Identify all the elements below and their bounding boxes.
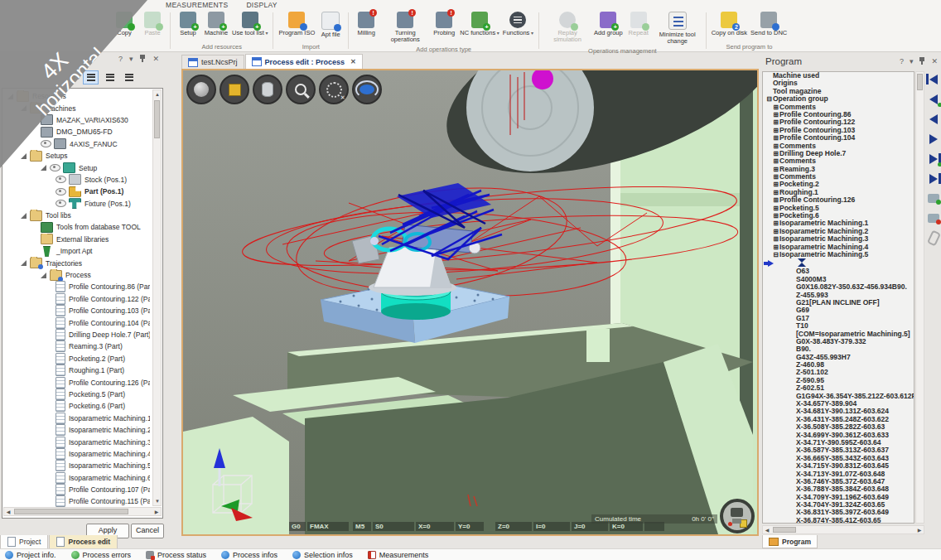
add-tool-button[interactable] bbox=[926, 192, 941, 205]
expand-box-icon[interactable]: ⊞ bbox=[772, 111, 779, 118]
horizontal-scrollbar[interactable]: ◀ ▶ bbox=[3, 507, 162, 516]
tree-item[interactable]: Isoparametric Machining.4 (Pa bbox=[2, 448, 150, 460]
expand-box-icon[interactable]: ⊞ bbox=[772, 212, 779, 220]
tree-item[interactable]: External libraries bbox=[2, 234, 150, 245]
gcode-line[interactable]: Z-590.95 bbox=[763, 377, 914, 384]
status-item[interactable]: Process errors bbox=[71, 551, 132, 559]
previous-marker-button[interactable] bbox=[926, 93, 941, 105]
ribbon-button[interactable]: Add group bbox=[592, 11, 625, 37]
tree-item[interactable]: Roughing.1 (Part) bbox=[2, 364, 150, 376]
expand-box-icon[interactable]: ⊞ bbox=[772, 166, 779, 173]
copy-button[interactable]: Copy bbox=[110, 11, 138, 37]
tree-item[interactable]: Stock (Pos.1) bbox=[2, 174, 150, 186]
horizontal-scrollbar[interactable]: ◀ ▶ bbox=[762, 525, 924, 534]
vertical-scrollbar[interactable]: ▲ ▼ bbox=[152, 89, 162, 506]
scroll-up-icon[interactable]: ▲ bbox=[153, 90, 162, 99]
tree-item[interactable]: Isoparametric Machining.2 (Pa bbox=[2, 424, 150, 436]
status-item[interactable]: Process infos bbox=[221, 551, 277, 559]
status-item[interactable]: Selection infos bbox=[292, 551, 353, 559]
tree-item[interactable]: Fixture (Pos.1) bbox=[2, 198, 150, 210]
expand-box-icon[interactable]: ⊞ bbox=[772, 228, 779, 235]
status-item[interactable]: Process status bbox=[146, 551, 206, 559]
selection-clear-button[interactable] bbox=[319, 75, 349, 104]
expand-box-icon[interactable]: ⊞ bbox=[772, 134, 779, 142]
expand-box-icon[interactable] bbox=[765, 80, 773, 87]
gcode-line[interactable]: G69 bbox=[763, 307, 914, 314]
scroll-right-icon[interactable]: ▶ bbox=[915, 526, 924, 534]
tab-process-edit-bottom[interactable]: Process edit bbox=[49, 535, 118, 549]
tree-item[interactable]: DMG_DMU65-FD bbox=[2, 126, 150, 138]
vertical-scrollbar[interactable] bbox=[915, 71, 924, 524]
tree-item[interactable]: Profile Contouring.103 (Part) bbox=[2, 305, 150, 316]
tree-item[interactable]: Tool libs bbox=[2, 210, 150, 221]
ribbon-button[interactable]: Use tool list bbox=[230, 11, 269, 37]
tree-item[interactable]: Part (Pos.1) bbox=[2, 186, 150, 197]
next-marker-button[interactable] bbox=[926, 152, 941, 165]
eye-icon[interactable] bbox=[55, 200, 66, 207]
expand-box-icon[interactable]: ⊞ bbox=[772, 244, 779, 251]
expand-icon[interactable] bbox=[21, 213, 27, 219]
gcode-line[interactable]: X-36.874Y-385.41Z-603.65 bbox=[763, 517, 914, 524]
chevron-down-icon[interactable]: ▾ bbox=[129, 55, 133, 63]
expand-box-icon[interactable]: ⊞ bbox=[772, 220, 779, 227]
expand-box-icon[interactable]: ⊞ bbox=[772, 127, 779, 134]
simulation-viewport[interactable]: G0 FMAX M5 S0 X=0 Y=0 Z=0 I=0 J=0 K=0 bbox=[181, 69, 759, 536]
close-icon[interactable]: ✕ bbox=[152, 55, 159, 63]
scroll-left-icon[interactable]: ◀ bbox=[763, 526, 771, 534]
expand-box-icon[interactable]: ⊞ bbox=[772, 104, 779, 111]
scroll-thumb[interactable] bbox=[14, 509, 128, 514]
ribbon-button[interactable]: Functions bbox=[501, 11, 535, 37]
ribbon-button[interactable]: Milling bbox=[352, 11, 380, 37]
expand-icon[interactable] bbox=[7, 94, 13, 99]
ribbon-button[interactable]: Minimize tool change bbox=[653, 11, 702, 46]
expand-box-icon[interactable]: ⊞ bbox=[772, 235, 779, 243]
gcode-line[interactable]: O63 bbox=[763, 268, 914, 275]
list-view-button-2[interactable] bbox=[102, 70, 118, 84]
expand-box-icon[interactable]: ⊞ bbox=[772, 118, 779, 126]
tree-item[interactable]: Pocketing.5 (Part) bbox=[2, 389, 150, 400]
tree-item[interactable]: Profile Contouring.107 (Part) bbox=[2, 484, 150, 495]
tree-item[interactable]: Machines bbox=[2, 102, 150, 113]
stop-tool-button[interactable] bbox=[926, 212, 941, 224]
step-back-button[interactable] bbox=[926, 113, 941, 125]
tab-measurements[interactable]: MEASUREMENTS bbox=[157, 0, 236, 11]
eye-icon[interactable] bbox=[55, 176, 66, 183]
tree-item[interactable]: Isoparametric Machining.5 (Pa bbox=[2, 460, 150, 471]
close-icon[interactable]: ✕ bbox=[350, 58, 356, 65]
expand-icon[interactable] bbox=[21, 260, 27, 266]
tree-item[interactable]: Drilling Deep Hole.7 (Part) bbox=[2, 329, 150, 340]
gcode-line[interactable]: G21[PLAN INCLINE OFF] bbox=[763, 299, 914, 307]
ribbon-button[interactable]: Send to DNC bbox=[749, 11, 789, 37]
tree-item[interactable]: Isoparametric Machining.6 (Pa bbox=[2, 472, 150, 484]
tree-item[interactable]: Profile Contouring.126 (Part) bbox=[2, 376, 150, 388]
scroll-down-icon[interactable]: ▼ bbox=[153, 497, 162, 505]
expand-box-icon[interactable]: ⊞ bbox=[772, 196, 779, 204]
tree-item[interactable]: Resources bbox=[2, 90, 150, 102]
tree-item[interactable]: Setups bbox=[2, 150, 150, 162]
expand-box-icon[interactable]: ⊞ bbox=[772, 205, 779, 212]
scroll-thumb[interactable] bbox=[154, 100, 160, 138]
ribbon-button[interactable]: Apt file bbox=[316, 11, 345, 39]
gcode-line[interactable]: G0X16.082Y-350.63Z-456.934B90. bbox=[763, 283, 914, 291]
ribbon-button[interactable]: NC functions bbox=[458, 11, 501, 37]
close-icon[interactable]: ✕ bbox=[931, 57, 938, 65]
expand-box-icon[interactable]: ⊟ bbox=[772, 251, 779, 258]
eye-icon[interactable] bbox=[50, 164, 60, 171]
ribbon-button[interactable]: Machine bbox=[202, 11, 230, 37]
gcode-line[interactable]: G17 bbox=[763, 315, 914, 322]
expand-box-icon[interactable]: ⊟ bbox=[765, 95, 773, 103]
tree-item[interactable]: MAZAK_VARIAXIS630 bbox=[2, 114, 150, 126]
scroll-left-icon[interactable]: ◀ bbox=[4, 508, 12, 516]
skip-to-end-button[interactable] bbox=[926, 172, 941, 185]
tree-item[interactable]: Profile Contouring.115 (Part) bbox=[2, 495, 150, 507]
expand-box-icon[interactable]: ⊞ bbox=[772, 181, 779, 188]
attach-button[interactable] bbox=[926, 232, 941, 244]
pin-icon[interactable] bbox=[919, 57, 925, 65]
scroll-thumb[interactable] bbox=[773, 527, 796, 533]
tree-item[interactable]: Pocketing.6 (Part) bbox=[2, 400, 150, 412]
scroll-thumb[interactable] bbox=[917, 74, 923, 90]
ribbon-button[interactable]: Repeat bbox=[625, 11, 653, 37]
tree-item[interactable]: 4AXIS_FANUC bbox=[2, 138, 150, 150]
stock-view-button[interactable] bbox=[253, 75, 282, 104]
expand-icon[interactable] bbox=[41, 273, 46, 278]
